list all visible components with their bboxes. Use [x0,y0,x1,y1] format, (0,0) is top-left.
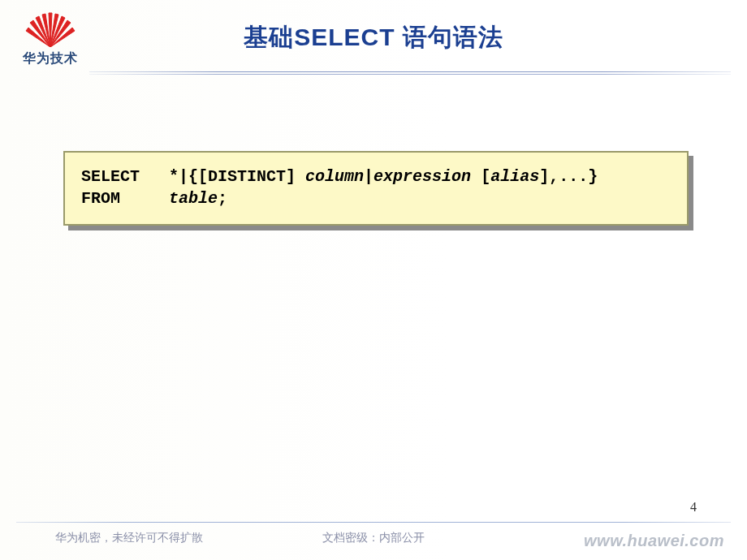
header: 华为技术 基础SELECT 语句语法 [0,0,747,77]
title-divider [89,71,731,75]
keyword-select: SELECT [81,167,140,186]
code-line-1: SELECT *|{[DISTINCT] column|expression [… [81,166,671,187]
slide-title: 基础SELECT 语句语法 [0,21,747,54]
placeholder-column: column [305,167,364,186]
page-number: 4 [690,500,697,515]
keyword-from: FROM [81,189,120,208]
placeholder-alias: alias [490,167,539,186]
code-line-2: FROM table; [81,187,671,209]
slide: 华为技术 基础SELECT 语句语法 SELECT *|{[DISTINCT] … [0,0,747,560]
footer: 华为机密，未经许可不得扩散 文档密级：内部公开 www.huawei.com [0,523,747,560]
footer-url: www.huawei.com [584,532,724,550]
placeholder-expression: expression [374,167,471,186]
placeholder-table: table [169,189,218,208]
code-block: SELECT *|{[DISTINCT] column|expression [… [63,151,689,226]
code-box: SELECT *|{[DISTINCT] column|expression [… [63,151,689,226]
